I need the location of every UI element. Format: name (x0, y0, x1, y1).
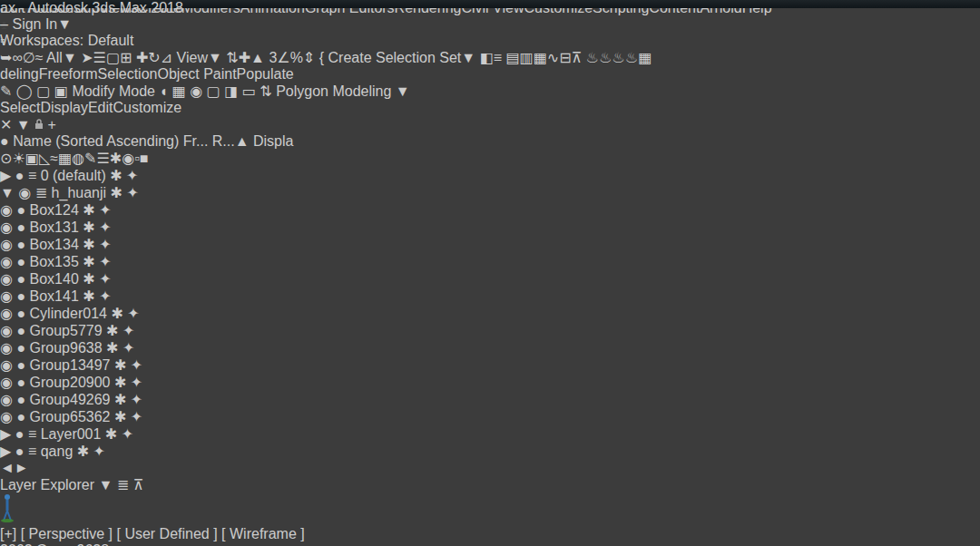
frozen-cell-icon[interactable]: ✱ (110, 168, 122, 183)
visibility-icon[interactable]: ◉ (0, 375, 13, 390)
border-mode-icon[interactable]: ◯ (16, 83, 33, 99)
visibility-icon[interactable]: ◉ (0, 288, 13, 304)
display-cell-icon[interactable]: ✦ (93, 444, 105, 459)
bind-to-space-warp-icon[interactable]: ≈ (35, 50, 44, 65)
explorer-shapes-filter-icon[interactable]: ◺ (39, 151, 50, 166)
object-name[interactable]: Box134 (30, 237, 79, 252)
display-cell-icon[interactable]: ✦ (126, 168, 138, 183)
select-and-rotate-icon[interactable]: ↻ (148, 50, 160, 65)
display-cell-icon[interactable]: ✦ (99, 271, 111, 287)
list-item[interactable]: ◉ ● Box140 ✱ ✦ (0, 270, 980, 288)
create-selection-set-dropdown[interactable]: Create Selection Set▼ (328, 50, 476, 65)
visibility-icon[interactable]: ◉ (0, 340, 13, 356)
toggle-ribbon-icon[interactable]: ▦ (534, 50, 547, 65)
visibility-icon[interactable]: ◉ (0, 409, 13, 424)
object-name[interactable]: h_huanji (52, 185, 107, 200)
unlink-selection-icon[interactable]: ∅ (23, 50, 35, 65)
ribbon-orient-toggle-icon[interactable]: ⇅ (260, 83, 271, 99)
frozen-cell-icon[interactable]: ✱ (83, 219, 94, 235)
render-shortcuts-icon[interactable]: ▦ (638, 50, 652, 65)
reference-coordinate-dropdown[interactable]: View▼ (177, 50, 222, 65)
clear-search-icon[interactable]: ✕ (0, 117, 12, 132)
display-cell-icon[interactable]: ✦ (131, 409, 142, 424)
explorer-type-dropdown[interactable]: Layer Explorer (0, 477, 94, 492)
layer-explorer-mode-icon[interactable]: ≣ (117, 477, 129, 492)
keyboard-shortcut-override-icon[interactable]: ▲ (250, 50, 265, 65)
display-cell-icon[interactable]: ✦ (131, 392, 142, 407)
angle-snap-toggle-icon[interactable]: ∠ (277, 50, 289, 65)
explorer-menu-display[interactable]: Display (40, 100, 87, 115)
explorer-cameras-filter-icon[interactable]: ▣ (25, 151, 39, 166)
polygon-modeling-label[interactable]: Polygon Modeling ▼ (276, 83, 410, 99)
render-iterative-icon[interactable]: ♨ (625, 50, 638, 65)
list-item[interactable]: ◉ ● Box124 ✱ ✦ (0, 201, 980, 219)
minimize-button[interactable]: – (0, 16, 980, 33)
visibility-icon[interactable]: ◉ (0, 392, 13, 407)
select-and-move-icon[interactable]: ✚ (136, 50, 148, 65)
ribbon-min-toggle-icon[interactable]: ◨ (224, 83, 238, 99)
list-item[interactable]: ◉ ● Box141 ✱ ✦ (0, 288, 980, 305)
list-item[interactable]: ◉ ● Group20900 ✱ ✦ (0, 374, 980, 391)
visibility-icon[interactable]: ◉ (0, 357, 13, 373)
explorer-menu-select[interactable]: Select (0, 100, 40, 115)
display-cell-icon[interactable]: ✦ (131, 357, 142, 373)
display-cell-icon[interactable]: ✦ (122, 426, 133, 442)
viewport-label[interactable]: [+] [ Perspective ] [ User Defined ] [ W… (0, 526, 980, 542)
list-item[interactable]: ◉ ● Group49269 ✱ ✦ (0, 391, 980, 408)
column-render[interactable]: R...▲ (212, 133, 250, 149)
frozen-cell-icon[interactable]: ✱ (83, 254, 94, 269)
list-item[interactable]: ◉ ● Group5779 ✱ ✦ (0, 322, 980, 339)
explorer-solid-display-icon[interactable]: ■ (140, 151, 149, 166)
frozen-cell-icon[interactable]: ✱ (114, 357, 126, 373)
object-name[interactable]: Box141 (30, 288, 79, 304)
list-item[interactable]: ◉ ● Group13497 ✱ ✦ (0, 356, 980, 374)
maximize-button[interactable]: ▫ (0, 33, 980, 49)
ribbon-extra-1-icon[interactable]: ▢ (207, 83, 220, 99)
frozen-cell-icon[interactable]: ✱ (105, 426, 117, 442)
list-item[interactable]: ▶ ● ≡ 0 (default) ✱ ✦ (0, 167, 980, 184)
element-subobject-icon[interactable]: ▣ (54, 83, 68, 99)
list-item[interactable]: ▶ ● ≡ Layer001 ✱ ✦ (0, 425, 980, 443)
select-and-manipulate-icon[interactable]: ✚ (239, 50, 250, 65)
visibility-icon[interactable]: ◉ (0, 254, 13, 269)
ribbon-extra-2-icon[interactable]: ▭ (242, 83, 256, 99)
tweak-icon[interactable]: ▦ (172, 83, 186, 99)
object-name[interactable]: Layer001 (41, 426, 102, 442)
column-frozen[interactable]: Fr... (183, 133, 209, 149)
frozen-cell-icon[interactable]: ✱ (83, 271, 94, 287)
render-setup-icon[interactable]: ♨ (586, 50, 599, 65)
object-name[interactable]: Box140 (30, 271, 79, 287)
tab-freeform[interactable]: Freeform (39, 66, 98, 82)
object-name[interactable]: Box131 (30, 219, 79, 235)
select-and-link-icon[interactable]: ➥ (0, 50, 12, 65)
select-object-icon[interactable]: ➤ (81, 50, 93, 65)
rectangular-selection-region-icon[interactable]: ▢ (106, 50, 120, 65)
window-crossing-icon[interactable]: ⊞ (120, 50, 132, 65)
display-cell-icon[interactable]: ✦ (99, 237, 111, 252)
explorer-frozen-filter-icon[interactable]: ✱ (110, 151, 122, 166)
perspective-viewport[interactable]: [+] [ Perspective ] [ User Defined ] [ W… (0, 493, 980, 546)
schematic-view-icon[interactable]: ⊟ (559, 50, 571, 65)
explorer-groups-filter-icon[interactable]: ◍ (72, 151, 84, 166)
tab-selection[interactable]: Selection (98, 66, 158, 82)
frozen-cell-icon[interactable]: ✱ (111, 306, 122, 321)
object-name[interactable]: Box124 (30, 202, 79, 218)
list-item[interactable]: ▶ ● ≡ qang ✱ ✦ (0, 443, 980, 460)
select-and-uniform-scale-icon[interactable]: ⊿ (161, 50, 172, 65)
list-item[interactable]: ◉ ● Group9638 ✱ ✦ (0, 339, 980, 356)
list-item[interactable]: ◉ ● Box135 ✱ ✦ (0, 253, 980, 270)
visibility-icon[interactable]: ● (15, 444, 24, 459)
explorer-lights-filter-icon[interactable]: ☀ (12, 151, 24, 166)
visibility-icon[interactable]: ◉ (0, 306, 13, 321)
frozen-cell-icon[interactable]: ✱ (106, 323, 118, 338)
display-cell-icon[interactable]: ✦ (127, 306, 139, 321)
frozen-cell-icon[interactable]: ✱ (114, 375, 126, 390)
toggle-layer-explorer-icon[interactable]: ▥ (520, 50, 534, 65)
object-name[interactable]: Group13497 (30, 357, 111, 373)
snaps-toggle-icon[interactable]: 3 (269, 50, 277, 65)
object-name[interactable]: Group5779 (30, 323, 103, 338)
tab-object-paint[interactable]: Object Paint (157, 66, 236, 82)
explorer-horizontal-scrollbar[interactable]: ◄► (0, 460, 980, 476)
use-pivot-point-center-icon[interactable]: ⇅ (226, 50, 238, 65)
display-cell-icon[interactable]: ✦ (131, 375, 142, 390)
